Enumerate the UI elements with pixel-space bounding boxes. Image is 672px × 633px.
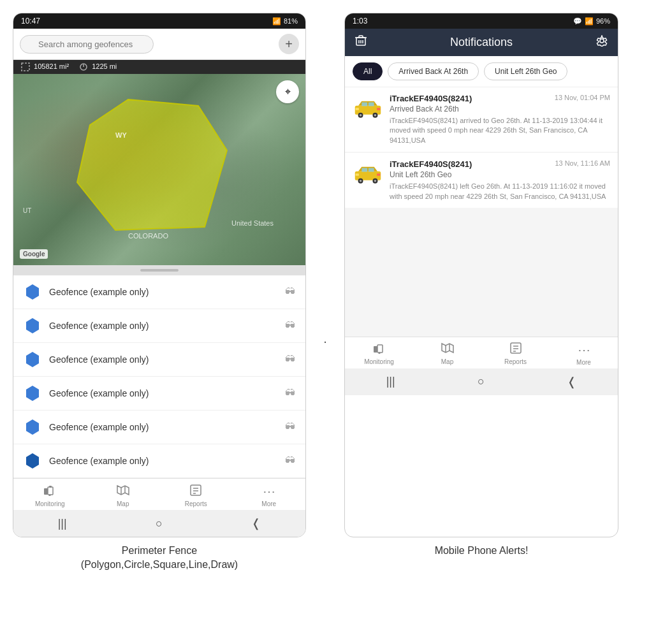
- list-item[interactable]: Geofence (example only) 🕶: [13, 343, 305, 377]
- svg-rect-35: [355, 171, 381, 180]
- caption-right: Mobile Phone Alerts!: [344, 544, 618, 572]
- nav-more-right[interactable]: ⋯ More: [565, 342, 603, 366]
- nav-more[interactable]: ⋯ More: [250, 484, 288, 507]
- svg-rect-9: [44, 488, 48, 495]
- android-recent-icon-right[interactable]: |||: [386, 375, 395, 388]
- geofence-item-name: Geofence (example only): [49, 321, 277, 331]
- settings-icon[interactable]: [596, 35, 608, 50]
- svg-rect-26: [355, 106, 381, 115]
- visibility-toggle-icon[interactable]: 🕶: [285, 455, 295, 467]
- map-label-wy: WY: [115, 131, 127, 139]
- android-home-icon[interactable]: ○: [156, 517, 163, 530]
- right-status-bar: 1:03 💬 📶 96%: [345, 13, 618, 29]
- reports-label-right: Reports: [504, 358, 527, 365]
- svg-rect-36: [362, 168, 367, 172]
- geofence-item-name: Geofence (example only): [49, 456, 277, 466]
- right-bottom-nav: Monitoring Map Reports ⋯ More: [345, 337, 618, 368]
- notifications-header: Notifications: [345, 29, 618, 56]
- divider-dot: .: [323, 331, 327, 346]
- delete-icon[interactable]: [355, 35, 367, 50]
- compass-button[interactable]: ⌖: [276, 80, 299, 103]
- captions: Perimeter Fence(Polygon,Circle,Square,Li…: [0, 537, 672, 572]
- notif-timestamp: 13 Nov, 01:04 PM: [555, 94, 610, 101]
- notif-body-text: iTrackEF4940S(8241) arrived to Geo 26th.…: [390, 116, 610, 145]
- notif-top-row: iTrackEF4940S(8241) 13 Nov, 01:04 PM: [390, 94, 610, 103]
- right-time: 1:03: [353, 17, 367, 25]
- svg-rect-27: [362, 102, 367, 106]
- geofence-item-name: Geofence (example only): [49, 354, 277, 365]
- notification-list: iTrackEF4940S(8241) 13 Nov, 01:04 PM Arr…: [345, 87, 618, 337]
- battery-right: 96%: [596, 17, 610, 25]
- chat-icon: 💬: [573, 17, 582, 25]
- filter-tab-all[interactable]: All: [353, 62, 383, 80]
- left-status-bar: 10:47 📶 81%: [13, 13, 305, 29]
- android-home-icon-right[interactable]: ○: [478, 375, 485, 388]
- left-time: 10:47: [21, 17, 40, 25]
- list-item[interactable]: Geofence (example only) 🕶: [13, 309, 305, 343]
- monitoring-icon: [43, 484, 57, 499]
- notif-event-type: Arrived Back At 26th: [390, 105, 610, 113]
- left-caption: Perimeter Fence(Polygon,Circle,Square,Li…: [81, 545, 238, 570]
- filter-tabs: All Arrived Back At 26th Unit Left 26th …: [345, 56, 618, 87]
- list-item[interactable]: Geofence (example only) 🕶: [13, 275, 305, 309]
- map-label-colorado: COLORADO: [128, 232, 168, 240]
- nav-monitoring-right[interactable]: Monitoring: [360, 342, 398, 365]
- add-geofence-button[interactable]: +: [279, 34, 299, 54]
- nav-map-right[interactable]: Map: [428, 342, 467, 365]
- visibility-toggle-icon[interactable]: 🕶: [285, 320, 295, 331]
- list-item[interactable]: Geofence (example only) 🕶: [13, 444, 305, 478]
- geofence-shape-icon: [24, 418, 41, 436]
- svg-rect-44: [374, 346, 377, 353]
- svg-marker-5: [26, 352, 39, 367]
- svg-marker-3: [26, 284, 39, 300]
- nav-reports-right[interactable]: Reports: [497, 342, 535, 365]
- list-item[interactable]: Geofence (example only) 🕶: [13, 411, 305, 444]
- visibility-toggle-icon[interactable]: 🕶: [285, 286, 295, 298]
- android-back-icon[interactable]: ❬: [251, 516, 261, 530]
- svg-marker-8: [26, 453, 39, 469]
- android-recent-icon[interactable]: |||: [58, 517, 67, 530]
- geofence-shape-icon: [24, 452, 41, 470]
- nav-monitoring[interactable]: Monitoring: [31, 484, 69, 507]
- svg-marker-7: [26, 419, 39, 435]
- svg-point-41: [374, 180, 377, 182]
- notification-item[interactable]: iTrackEF4940S(8241) 13 Nov, 01:04 PM Arr…: [345, 87, 618, 152]
- visibility-toggle-icon[interactable]: 🕶: [285, 388, 295, 399]
- wifi-icon: 📶: [272, 17, 281, 25]
- left-phone: 10:47 📶 81% 🔍 + 105821 mi² 1225 mi: [13, 13, 306, 537]
- map-icon: [116, 484, 130, 499]
- svg-point-39: [360, 180, 362, 182]
- monitoring-icon-right: [372, 342, 386, 357]
- wifi-icon-right: 📶: [585, 17, 594, 25]
- geofence-shape-icon: [24, 317, 41, 335]
- map-area[interactable]: WY United States COLORADO UT ⌖ Google: [13, 74, 305, 265]
- geofence-shape-icon: [24, 283, 41, 301]
- visibility-toggle-icon[interactable]: 🕶: [285, 354, 295, 365]
- map-icon-right: [441, 342, 455, 357]
- filter-tab-left[interactable]: Unit Left 26th Geo: [484, 62, 567, 80]
- svg-point-30: [360, 114, 362, 117]
- notification-item[interactable]: iTrackEF4940S(8241) 13 Nov, 11:16 AM Uni…: [345, 153, 618, 208]
- android-back-icon-right[interactable]: ❬: [567, 375, 576, 389]
- nav-map[interactable]: Map: [104, 484, 142, 507]
- svg-marker-6: [26, 386, 39, 401]
- filter-tab-arrived[interactable]: Arrived Back At 26th: [388, 62, 479, 80]
- visibility-toggle-icon[interactable]: 🕶: [285, 421, 295, 433]
- list-item[interactable]: Geofence (example only) 🕶: [13, 377, 305, 411]
- monitoring-label-right: Monitoring: [364, 358, 394, 365]
- search-input[interactable]: [20, 35, 154, 54]
- more-icon-right: ⋯: [578, 342, 590, 358]
- google-logo: Google: [20, 249, 48, 259]
- geofence-item-name: Geofence (example only): [49, 287, 277, 297]
- nav-reports[interactable]: Reports: [177, 484, 215, 507]
- map-label: Map: [117, 500, 129, 507]
- svg-marker-4: [26, 318, 39, 333]
- svg-point-32: [374, 114, 377, 117]
- svg-rect-28: [369, 102, 374, 106]
- svg-point-25: [600, 39, 604, 43]
- scroll-indicator: [13, 265, 305, 275]
- right-caption: Mobile Phone Alerts!: [435, 545, 529, 556]
- svg-rect-43: [377, 173, 380, 176]
- area-stat: 105821 mi²: [21, 62, 69, 71]
- search-bar-row: 🔍 +: [13, 29, 305, 60]
